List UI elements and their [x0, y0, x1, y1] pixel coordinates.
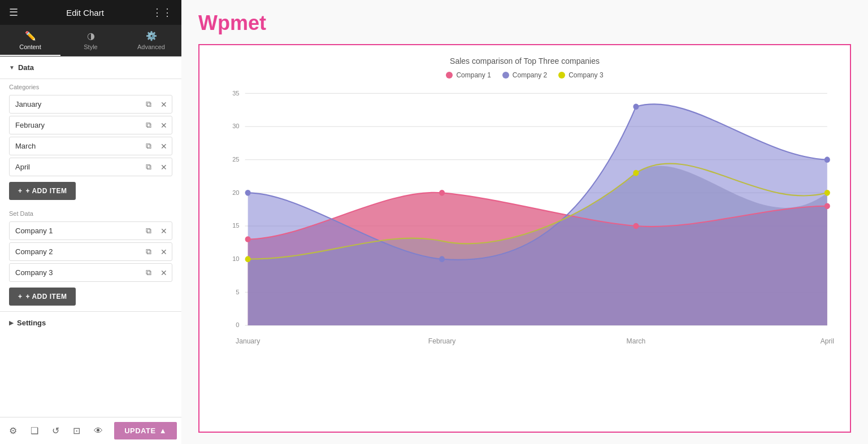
category-input-april[interactable]	[10, 158, 141, 176]
legend-company1: Company 1	[446, 71, 491, 79]
company2-dot-mar	[633, 103, 639, 110]
responsive-bottom-icon[interactable]: ⊡	[68, 422, 85, 439]
company3-dot-mar	[633, 170, 639, 176]
category-field-january: ⧉ ✕	[9, 95, 172, 114]
delete-april-button[interactable]: ✕	[156, 159, 172, 175]
sidebar-title: Edit Chart	[66, 8, 104, 18]
settings-bottom-icon[interactable]: ⚙	[5, 422, 21, 439]
company1-dot-jan	[245, 236, 251, 242]
copy-company3-button[interactable]: ⧉	[141, 264, 156, 281]
delete-january-button[interactable]: ✕	[156, 97, 172, 112]
chart-svg: 0 5 10 15 20 25 30 35 January February M…	[211, 90, 839, 362]
main-content: Wpmet Sales comparison of Top Three comp…	[181, 0, 868, 444]
add-dataset-label: + ADD ITEM	[26, 293, 67, 301]
data-section-label: Data	[18, 63, 34, 72]
add-dataset-button[interactable]: + + ADD ITEM	[9, 288, 76, 306]
category-input-january[interactable]	[10, 95, 141, 113]
chart-legend: Company 1 Company 2 Company 3	[211, 71, 839, 79]
legend-dot-company1	[446, 72, 453, 79]
legend-label-company2: Company 2	[513, 71, 547, 79]
tab-style[interactable]: ◑ Style	[60, 25, 121, 56]
svg-text:5: 5	[236, 288, 239, 295]
update-label: UPDATE	[124, 426, 155, 435]
add-category-icon: +	[18, 187, 23, 195]
svg-text:30: 30	[232, 123, 239, 129]
category-field-february: ⧉ ✕	[9, 116, 172, 134]
settings-label: Settings	[17, 319, 46, 327]
sidebar-tabs: ✏️ Content ◑ Style ⚙️ Advanced	[0, 25, 181, 56]
svg-text:April: April	[821, 337, 834, 345]
sidebar: ☰ Edit Chart ⋮⋮ ✏️ Content ◑ Style ⚙️ Ad…	[0, 0, 181, 444]
company3-dot-apr	[824, 190, 830, 196]
style-tab-icon: ◑	[87, 31, 95, 41]
tab-advanced[interactable]: ⚙️ Advanced	[121, 25, 181, 56]
delete-company1-button[interactable]: ✕	[156, 223, 172, 239]
legend-dot-company3	[558, 72, 565, 79]
category-input-february[interactable]	[10, 116, 141, 134]
tab-style-label: Style	[84, 43, 97, 50]
set-data-label: Set Data	[0, 206, 181, 219]
svg-text:25: 25	[232, 156, 239, 163]
copy-april-button[interactable]: ⧉	[141, 159, 156, 175]
svg-text:0: 0	[236, 321, 239, 328]
category-input-march[interactable]	[10, 137, 141, 155]
company1-dot-mar	[633, 223, 639, 229]
dataset-field-company2: ⧉ ✕	[9, 242, 172, 261]
advanced-tab-icon: ⚙️	[146, 31, 157, 41]
category-field-april: ⧉ ✕	[9, 158, 172, 176]
delete-february-button[interactable]: ✕	[156, 117, 172, 133]
company2-dot-feb	[439, 256, 445, 262]
legend-dot-company2	[502, 72, 509, 79]
preview-bottom-icon[interactable]: 👁	[89, 422, 107, 439]
copy-company1-button[interactable]: ⧉	[141, 223, 156, 239]
update-button[interactable]: UPDATE ▲	[114, 422, 177, 439]
category-field-march: ⧉ ✕	[9, 137, 172, 155]
dataset-field-company3: ⧉ ✕	[9, 263, 172, 282]
svg-text:20: 20	[232, 189, 239, 195]
page-title: Wpmet	[198, 11, 851, 35]
settings-section-header[interactable]: ▶ Settings	[0, 311, 181, 334]
company3-dot-jan	[245, 256, 251, 262]
svg-text:January: January	[236, 337, 261, 345]
sidebar-header: ☰ Edit Chart ⋮⋮	[0, 0, 181, 25]
update-arrow-icon: ▲	[159, 426, 167, 435]
chart-area: 0 5 10 15 20 25 30 35 January February M…	[211, 90, 839, 362]
copy-march-button[interactable]: ⧉	[141, 138, 156, 154]
dataset-input-company1[interactable]	[10, 222, 141, 240]
tab-content-label: Content	[19, 43, 41, 50]
tab-advanced-label: Advanced	[137, 43, 165, 50]
legend-label-company3: Company 3	[568, 71, 603, 79]
history-bottom-icon[interactable]: ↺	[47, 422, 64, 439]
add-dataset-icon: +	[18, 293, 23, 301]
svg-text:March: March	[627, 337, 646, 345]
add-category-label: + ADD ITEM	[26, 187, 67, 195]
tab-content[interactable]: ✏️ Content	[0, 25, 60, 56]
delete-company3-button[interactable]: ✕	[156, 265, 172, 281]
copy-company2-button[interactable]: ⧉	[141, 243, 156, 260]
copy-january-button[interactable]: ⧉	[141, 96, 156, 112]
dataset-input-company2[interactable]	[10, 243, 141, 260]
bottom-icons-group: ⚙ ❑ ↺ ⊡ 👁	[5, 422, 114, 439]
menu-icon[interactable]: ☰	[9, 6, 18, 19]
dataset-field-company1: ⧉ ✕	[9, 221, 172, 240]
data-section-arrow: ▼	[9, 64, 15, 71]
settings-arrow: ▶	[9, 320, 14, 326]
sidebar-content: ▼ Data Categories ⧉ ✕ ⧉ ✕ ⧉ ✕ ⧉ ✕ + + AD…	[0, 56, 181, 417]
company1-dot-apr	[824, 203, 830, 209]
grid-icon[interactable]: ⋮⋮	[152, 6, 172, 19]
svg-text:10: 10	[232, 255, 239, 262]
dataset-input-company3[interactable]	[10, 264, 141, 281]
layers-bottom-icon[interactable]: ❑	[26, 422, 43, 439]
chart-container: Sales comparison of Top Three companies …	[198, 44, 851, 433]
company1-dot-feb	[439, 190, 445, 196]
svg-text:15: 15	[232, 222, 239, 229]
add-category-button[interactable]: + + ADD ITEM	[9, 182, 76, 200]
svg-text:February: February	[428, 337, 456, 345]
copy-february-button[interactable]: ⧉	[141, 117, 156, 133]
legend-company2: Company 2	[502, 71, 547, 79]
delete-march-button[interactable]: ✕	[156, 138, 172, 154]
sidebar-bottom: ⚙ ❑ ↺ ⊡ 👁 UPDATE ▲	[0, 417, 181, 444]
delete-company2-button[interactable]: ✕	[156, 244, 172, 260]
data-section-header[interactable]: ▼ Data	[0, 56, 181, 79]
svg-text:35: 35	[232, 90, 239, 97]
